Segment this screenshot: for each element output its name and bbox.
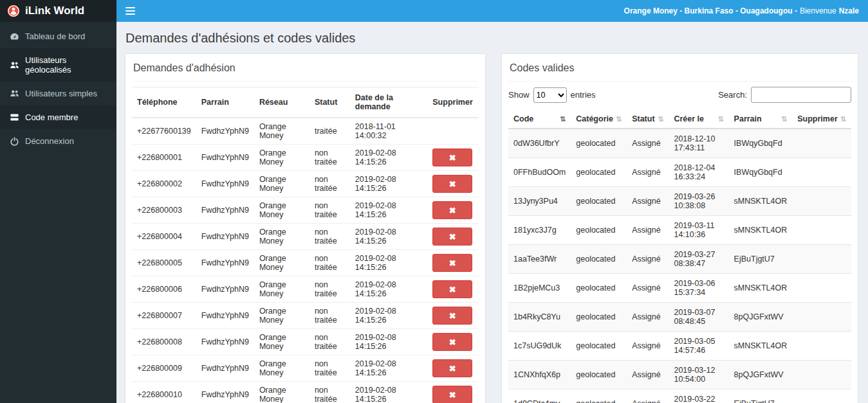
sort-icon[interactable]: ⇅	[658, 115, 663, 123]
search-input[interactable]	[751, 87, 851, 103]
cell: 2019-02-08 14:15:26	[350, 145, 427, 171]
cell: FwdhzYphN9	[196, 276, 254, 303]
table-row: +226800005FwdhzYphN9Orange Moneynon trai…	[132, 250, 479, 276]
cell: 2019-03-06 15:37:34	[669, 274, 728, 303]
brand-title: iLink World	[25, 4, 84, 17]
member-code-icon	[10, 112, 19, 122]
column-header-creer-le[interactable]: Créer le⇅	[669, 110, 728, 129]
cell: FwdhzYphN9	[196, 329, 254, 355]
sidebar-item-logout[interactable]: Déconnexion	[0, 129, 116, 153]
cell: FwdhzYphN9	[196, 303, 254, 329]
cell: sMNSKTL4OR	[729, 216, 793, 245]
cell: Orange Money	[254, 145, 309, 171]
cell: 2019-03-26 10:38:08	[669, 187, 728, 216]
delete-button[interactable]: ✖	[432, 228, 472, 246]
adhesions-table-body: +22677600139FwdhzYphN9Orange Moneytraité…	[132, 118, 479, 403]
sidebar-item-label: Utilisateurs géolocalisés	[25, 55, 107, 75]
column-header-parrain[interactable]: Parrain⇅	[729, 110, 793, 129]
brand[interactable]: iLink World	[0, 0, 116, 22]
sort-icon[interactable]: ⇅	[717, 115, 723, 123]
cell: Assigné	[627, 216, 669, 245]
cell: IBWqyGbqFd	[729, 158, 793, 187]
adhesions-panel: Demandes d'adhésion Téléphone Parrain Ré…	[125, 53, 486, 403]
table-row: +226800003FwdhzYphN9Orange Moneynon trai…	[132, 197, 479, 224]
cell: sMNSKTL4OR	[729, 187, 793, 216]
cell: 8pQJGFxtWV	[729, 303, 793, 332]
delete-button[interactable]: ✖	[432, 307, 472, 325]
cell-supprimer	[792, 187, 851, 216]
cell: +226800001	[132, 145, 196, 171]
cell: geolocated	[571, 303, 627, 332]
cell: FwdhzYphN9	[196, 355, 254, 382]
cell: +226800005	[132, 250, 196, 276]
page-length-control: Show 10 entries	[508, 87, 596, 103]
sort-icon[interactable]: ⇅	[560, 115, 566, 123]
sidebar-item-geolocated-users[interactable]: Utilisateurs géolocalisés	[0, 48, 116, 82]
sort-icon[interactable]: ⇅	[781, 115, 787, 123]
cell: +226800002	[132, 171, 196, 197]
cell-supprimer: ✖	[427, 224, 479, 250]
sidebar-item-label: Utilisateurs simples	[25, 89, 97, 98]
cell: Orange Money	[254, 250, 309, 276]
table-row: +226800007FwdhzYphN9Orange Moneynon trai…	[132, 303, 479, 329]
cell: 2019-03-11 14:10:36	[669, 216, 728, 245]
cell: geolocated	[571, 390, 627, 403]
cell: Assigné	[627, 245, 669, 274]
page-length-select[interactable]: 10	[533, 87, 567, 103]
table-row: 13Jyny3Pu4geolocatedAssigné2019-03-26 10…	[508, 187, 851, 216]
users-icon	[10, 60, 19, 70]
delete-button[interactable]: ✖	[432, 386, 472, 403]
cell: 2018-12-10 17:43:11	[669, 129, 728, 158]
cell: non traitée	[309, 303, 350, 329]
cell-supprimer	[792, 274, 851, 303]
user-info-name: Nzale	[839, 6, 859, 15]
codes-panel: Codes valides Show 10 entries Search:	[501, 53, 858, 403]
cell: non traitée	[309, 171, 350, 197]
delete-button[interactable]: ✖	[432, 359, 472, 377]
cell: Assigné	[627, 390, 669, 403]
cell-supprimer	[792, 390, 851, 403]
table-row: +22677600139FwdhzYphN9Orange Moneytraité…	[132, 118, 479, 145]
page-title: Demandes d'adhésions et codes valides	[125, 31, 858, 46]
sidebar-item-label: Code membre	[25, 112, 78, 122]
delete-button[interactable]: ✖	[432, 280, 472, 298]
delete-button[interactable]: ✖	[432, 333, 472, 351]
sidebar-item-dashboard[interactable]: Tableau de bord	[0, 24, 116, 48]
column-header-supprimer[interactable]: Supprimer⇅	[792, 110, 851, 129]
delete-button[interactable]: ✖	[432, 148, 472, 166]
delete-button[interactable]: ✖	[432, 201, 472, 219]
cell: 1d9CDtc4mv	[508, 390, 571, 403]
cell: FwdhzYphN9	[196, 224, 254, 250]
cell-supprimer: ✖	[427, 276, 479, 303]
column-header-categorie[interactable]: Catégorie⇅	[571, 110, 627, 129]
cell: 1b4RkyC8Yu	[508, 303, 571, 332]
cell: 2019-02-08 14:15:26	[350, 171, 427, 197]
menu-toggle-button[interactable]	[116, 0, 143, 22]
cell: geolocated	[571, 245, 627, 274]
cell-supprimer	[792, 303, 851, 332]
cell: traitée	[309, 118, 350, 145]
cell: non traitée	[309, 250, 350, 276]
cell: FwdhzYphN9	[196, 145, 254, 171]
cell: 2019-02-08 14:15:26	[350, 303, 427, 329]
cell: EjBuTjgtU7	[729, 245, 793, 274]
table-row: +226800002FwdhzYphN9Orange Moneynon trai…	[132, 171, 479, 197]
sort-icon[interactable]: ⇅	[616, 115, 622, 123]
table-controls: Show 10 entries Search:	[508, 87, 851, 103]
delete-button[interactable]: ✖	[432, 175, 472, 193]
sort-icon[interactable]: ⇅	[840, 115, 846, 123]
column-header-code[interactable]: Code⇅	[508, 110, 571, 129]
cell: geolocated	[571, 361, 627, 390]
delete-button[interactable]: ✖	[432, 254, 472, 272]
cell: Orange Money	[254, 197, 309, 224]
cell-supprimer	[792, 216, 851, 245]
sidebar-item-member-code[interactable]: Code membre	[0, 105, 116, 129]
cell: 1aaTee3fWr	[508, 245, 571, 274]
sidebar-item-simple-users[interactable]: Utilisateurs simples	[0, 82, 116, 105]
cell: sMNSKTL4OR	[729, 332, 793, 361]
table-row: 1aaTee3fWrgeolocatedAssigné2019-03-27 08…	[508, 245, 851, 274]
sidebar: Tableau de bord Utilisateurs géolocalisé…	[0, 22, 116, 403]
column-header-statut[interactable]: Statut⇅	[627, 110, 669, 129]
cell: Assigné	[627, 187, 669, 216]
table-row: 0FFhBudOOmgeolocatedAssigné2018-12-04 16…	[508, 158, 851, 187]
